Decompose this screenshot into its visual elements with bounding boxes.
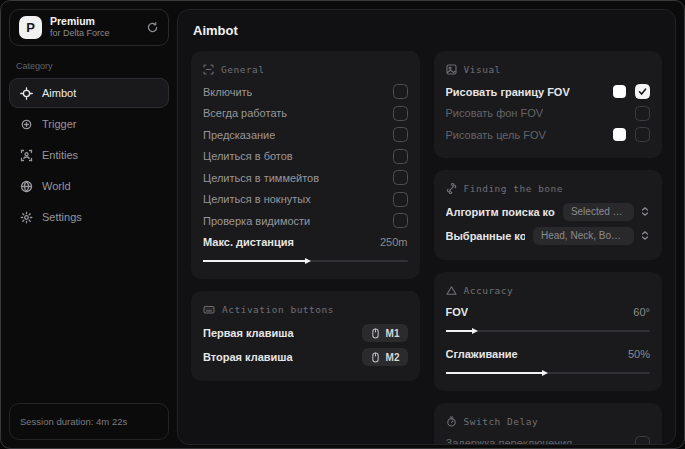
main-content: Aimbot General Включить — [177, 9, 676, 445]
panel-columns: General Включить Всегда работать Предска… — [191, 51, 662, 445]
target-knocked-checkbox[interactable] — [393, 192, 408, 207]
entities-icon — [20, 149, 33, 162]
switch-delay-enable-label: Задержка переключения — [446, 437, 573, 445]
page-title: Aimbot — [193, 23, 662, 38]
sidebar-item-settings[interactable]: Settings — [9, 202, 169, 232]
smoothing-value: 50% — [628, 348, 650, 360]
setting-label: Целиться в тиммейтов — [203, 172, 319, 184]
general-panel-header: General — [203, 64, 408, 75]
target-bots-checkbox[interactable] — [393, 149, 408, 164]
first-key-button[interactable]: M1 — [362, 324, 408, 342]
trigger-icon — [20, 118, 33, 131]
switch-delay-checkbox[interactable] — [635, 436, 650, 445]
draw-fov-target-label: Рисовать цель FOV — [446, 129, 546, 141]
draw-fov-border-row: Рисовать границу FOV — [446, 81, 651, 103]
first-key-label: Первая клавиша — [203, 327, 294, 339]
activation-buttons-panel: Activation buttons Первая клавиша M1 Вто… — [191, 291, 420, 381]
slider-thumb[interactable] — [472, 328, 478, 334]
premium-box: P Premium for Delta Force — [9, 9, 169, 46]
sidebar-item-aimbot[interactable]: Aimbot — [9, 78, 169, 108]
draw-fov-background-label: Рисовать фон FOV — [446, 107, 544, 119]
selected-bones-row: Выбранные кос Head, Neck, Body, Pe... — [446, 224, 651, 248]
controls-group — [635, 106, 650, 121]
bone-algorithm-select-wrap: Selected bone — [563, 203, 650, 221]
triangle-icon — [446, 285, 457, 296]
switch-delay-panel: Switch Delay Задержка переключения Задер… — [434, 403, 663, 446]
smoothing-label: Сглаживание — [446, 348, 518, 360]
draw-fov-background-row: Рисовать фон FOV — [446, 103, 651, 125]
setting-label: Целиться в нокнутых — [203, 193, 311, 205]
setting-row-target-bots: Целиться в ботов — [203, 146, 408, 168]
setting-row-target-knocked: Целиться в нокнутых — [203, 189, 408, 211]
enable-checkbox[interactable] — [393, 84, 408, 99]
max-distance-row: Макс. дистанция 250m — [203, 232, 408, 254]
sidebar-item-label: World — [42, 180, 71, 192]
controls-group — [613, 84, 650, 99]
sidebar-nav: Aimbot Trigger Entities — [9, 78, 169, 232]
switch-delay-enable-row: Задержка переключения — [446, 433, 651, 446]
selected-bones-select[interactable]: Head, Neck, Body, Pe... — [533, 227, 634, 245]
app-subtitle: for Delta Force — [50, 28, 110, 39]
smoothing-slider[interactable] — [446, 367, 651, 379]
slider-thumb[interactable] — [542, 370, 548, 376]
session-duration-label: Session duration: 4m 22s — [20, 416, 127, 427]
setting-row-always-work: Всегда работать — [203, 103, 408, 125]
key-binding-value: M1 — [386, 328, 400, 339]
left-column: General Включить Всегда работать Предска… — [191, 51, 420, 445]
bone-algorithm-select[interactable]: Selected bone — [563, 203, 634, 221]
sidebar-item-trigger[interactable]: Trigger — [9, 109, 169, 139]
second-key-button[interactable]: M2 — [362, 348, 408, 366]
always-work-checkbox[interactable] — [393, 106, 408, 121]
setting-row-visibility-check: Проверка видимости — [203, 210, 408, 232]
right-column: Visual Рисовать границу FOV Рисовать фон… — [434, 51, 663, 445]
setting-row-enable: Включить — [203, 81, 408, 103]
category-label: Category — [16, 61, 169, 71]
activation-panel-header: Activation buttons — [203, 304, 408, 315]
max-distance-slider[interactable] — [203, 255, 408, 267]
draw-fov-border-label: Рисовать границу FOV — [446, 86, 570, 98]
draw-fov-background-checkbox[interactable] — [635, 106, 650, 121]
panel-title: Visual — [464, 64, 501, 75]
premium-text: Premium for Delta Force — [50, 15, 110, 39]
fov-value: 60° — [633, 306, 650, 318]
panel-title: Finding the bone — [464, 183, 564, 194]
selected-bones-label: Выбранные кос — [446, 230, 525, 242]
app-logo: P — [19, 16, 42, 39]
setting-label: Предсказание — [203, 129, 275, 141]
second-key-label: Вторая клавиша — [203, 351, 293, 363]
app-window: P Premium for Delta Force Category Aimbo… — [0, 0, 685, 449]
key-binding-value: M2 — [386, 352, 400, 363]
scan-icon — [203, 64, 214, 75]
panel-title: Accuracy — [464, 285, 514, 296]
setting-label: Целиться в ботов — [203, 150, 293, 162]
max-distance-value: 250m — [380, 236, 408, 248]
max-distance-label: Макс. дистанция — [203, 236, 294, 248]
selected-bones-select-wrap: Head, Neck, Body, Pe... — [533, 227, 650, 245]
unfold-icon[interactable] — [640, 206, 650, 217]
visibility-check-checkbox[interactable] — [393, 213, 408, 228]
bone-algorithm-label: Алгоритм поиска кост — [446, 206, 555, 218]
slider-thumb[interactable] — [305, 258, 311, 264]
panel-title: Switch Delay — [464, 416, 539, 427]
sidebar-item-world[interactable]: World — [9, 171, 169, 201]
sidebar-item-label: Aimbot — [42, 87, 76, 99]
sidebar-item-entities[interactable]: Entities — [9, 140, 169, 170]
general-panel: General Включить Всегда работать Предска… — [191, 51, 420, 279]
draw-fov-target-row: Рисовать цель FOV — [446, 124, 651, 146]
refresh-icon[interactable] — [146, 21, 159, 34]
bone-icon — [446, 183, 457, 194]
bone-algorithm-row: Алгоритм поиска кост Selected bone — [446, 200, 651, 224]
draw-fov-border-checkbox[interactable] — [635, 84, 650, 99]
panel-title: Activation buttons — [222, 304, 334, 315]
target-teammates-checkbox[interactable] — [393, 170, 408, 185]
sidebar-item-label: Trigger — [42, 118, 76, 130]
crosshair-icon — [20, 87, 33, 100]
fov-slider[interactable] — [446, 325, 651, 337]
color-swatch[interactable] — [613, 85, 626, 98]
gear-icon — [20, 211, 33, 224]
color-swatch[interactable] — [613, 128, 626, 141]
unfold-icon[interactable] — [640, 230, 650, 241]
setting-label: Включить — [203, 86, 252, 98]
draw-fov-target-checkbox[interactable] — [635, 127, 650, 142]
prediction-checkbox[interactable] — [393, 127, 408, 142]
